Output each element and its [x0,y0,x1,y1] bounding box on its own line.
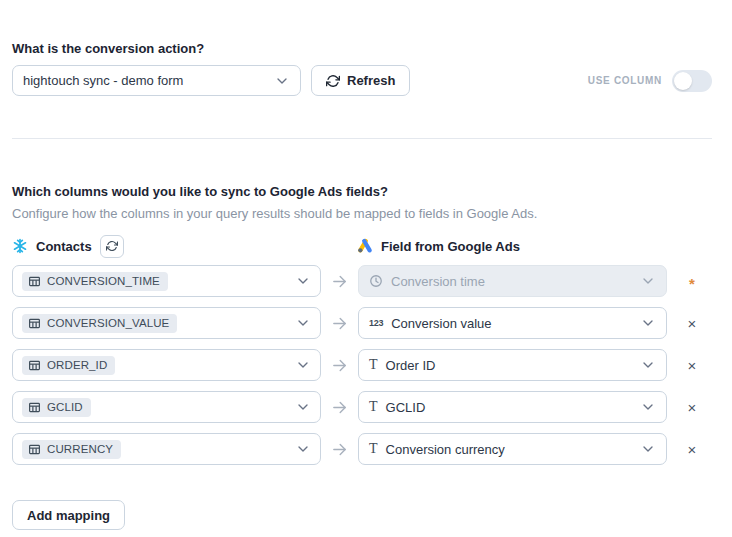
add-mapping-label: Add mapping [27,508,110,523]
mapping-arrow-icon [321,399,358,416]
google-ads-sync-config-panel: What is the conversion action? hightouch… [0,0,732,530]
mapping-row: CONVERSION_TIME 123 T Conversion time * … [12,265,712,297]
number-type-icon: 123 [369,318,383,328]
mapping-rows: CONVERSION_TIME 123 T Conversion time * … [12,265,712,465]
mapping-column-headers: Contacts Field from Google Ads [12,233,712,259]
destination-field-name: Order ID [386,358,436,373]
chevron-down-icon [295,357,311,373]
source-column-name: GCLID [47,401,83,413]
use-column-toggle[interactable] [672,70,712,92]
row-suffix: * × [675,398,709,417]
row-suffix: * × [675,273,709,289]
google-ads-logo-icon [357,238,373,254]
mapping-section-title: Which columns would you like to sync to … [12,185,712,198]
source-column-badge: GCLID [22,398,91,417]
table-column-icon [28,317,41,330]
source-column-badge: CURRENCY [22,440,121,459]
chevron-down-icon [640,399,656,415]
chevron-down-icon [640,357,656,373]
remove-mapping-button[interactable]: × [684,440,701,459]
mapping-row: CURRENCY 123 T Conversion currency * × [12,433,712,465]
use-column-control: USE COLUMN [588,70,712,92]
source-column-select[interactable]: CURRENCY [12,433,321,465]
row-suffix: * × [675,314,709,333]
destination-header-label: Field from Google Ads [381,239,520,254]
table-column-icon [28,401,41,414]
refresh-button-label: Refresh [347,73,395,88]
snowflake-logo-icon [12,238,28,254]
source-column-select[interactable]: CONVERSION_VALUE [12,307,321,339]
mapping-section-subtitle: Configure how the columns in your query … [12,207,712,220]
source-model-name: Contacts [36,239,92,254]
refresh-columns-button[interactable] [100,235,124,258]
chevron-down-icon [295,399,311,415]
remove-mapping-button[interactable]: × [684,314,701,333]
destination-field-select[interactable]: 123 T Conversion currency [358,433,667,465]
conversion-action-select[interactable]: hightouch sync - demo form [12,65,301,96]
source-column-name: CONVERSION_TIME [47,275,160,287]
mapping-arrow-icon [321,441,358,458]
toggle-knob [674,72,692,90]
destination-field-select[interactable]: 123 T Order ID [358,349,667,381]
chevron-down-icon [640,441,656,457]
datetime-type-icon [369,274,383,288]
table-column-icon [28,275,41,288]
required-marker: * [689,279,695,289]
use-column-label: USE COLUMN [588,75,662,86]
chevron-down-icon [295,273,311,289]
mapping-row: CONVERSION_VALUE 123 T Conversion value … [12,307,712,339]
mapping-arrow-icon [321,315,358,332]
source-column-badge: ORDER_ID [22,356,115,375]
source-column-name: CURRENCY [47,443,113,455]
refresh-button[interactable]: Refresh [311,65,410,96]
chevron-down-icon [274,73,290,89]
mapping-arrow-icon [321,273,358,290]
chevron-down-icon [295,315,311,331]
table-column-icon [28,443,41,456]
destination-field-select[interactable]: 123 T Conversion value [358,307,667,339]
destination-field-select[interactable]: 123 T Conversion time [358,265,667,297]
destination-field-name: Conversion currency [386,442,505,457]
remove-mapping-button[interactable]: × [684,356,701,375]
table-column-icon [28,359,41,372]
refresh-icon [326,74,340,88]
mapping-row: ORDER_ID 123 T Order ID * × [12,349,712,381]
conversion-action-controls: hightouch sync - demo form Refresh USE C… [12,65,712,96]
chevron-down-icon [640,273,656,289]
row-suffix: * × [675,440,709,459]
destination-field-header: Field from Google Ads [357,233,520,259]
destination-field-name: Conversion value [391,316,491,331]
row-suffix: * × [675,356,709,375]
section-divider [12,138,712,139]
conversion-action-label: What is the conversion action? [12,42,712,55]
destination-field-name: GCLID [386,400,426,415]
string-type-icon: T [369,358,378,372]
mapping-row: GCLID 123 T GCLID * × [12,391,712,423]
source-column-name: CONVERSION_VALUE [47,317,169,329]
destination-field-select[interactable]: 123 T GCLID [358,391,667,423]
chevron-down-icon [295,441,311,457]
source-column-select[interactable]: CONVERSION_TIME [12,265,321,297]
string-type-icon: T [369,442,378,456]
source-column-badge: CONVERSION_VALUE [22,314,177,333]
source-column-select[interactable]: ORDER_ID [12,349,321,381]
string-type-icon: T [369,400,378,414]
chevron-down-icon [640,315,656,331]
remove-mapping-button[interactable]: × [684,398,701,417]
conversion-action-value: hightouch sync - demo form [23,73,183,88]
source-column-name: ORDER_ID [47,359,107,371]
mapping-arrow-icon [321,357,358,374]
destination-field-name: Conversion time [391,274,485,289]
add-mapping-button[interactable]: Add mapping [12,500,125,530]
refresh-icon [106,240,118,252]
source-column-badge: CONVERSION_TIME [22,272,168,291]
source-column-select[interactable]: GCLID [12,391,321,423]
